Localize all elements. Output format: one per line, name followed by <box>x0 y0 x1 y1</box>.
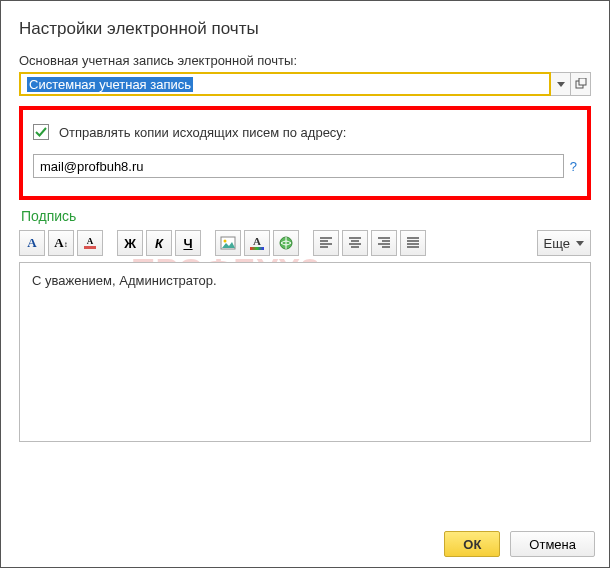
account-value: Системная учетная запись <box>27 77 193 92</box>
signature-editor[interactable]: С уважением, Администратор. <box>19 262 591 442</box>
bold-button[interactable]: Ж <box>117 230 143 256</box>
svg-rect-1 <box>579 78 586 85</box>
italic-button[interactable]: К <box>146 230 172 256</box>
image-icon <box>220 236 236 250</box>
align-center-icon <box>348 237 362 249</box>
font-family-button[interactable]: A <box>19 230 45 256</box>
chevron-down-icon <box>576 241 584 246</box>
highlighted-section: Отправлять копии исходящих писем по адре… <box>19 106 591 200</box>
more-label: Еще <box>544 236 570 251</box>
more-button[interactable]: Еще <box>537 230 591 256</box>
account-row: Системная учетная запись <box>19 72 591 96</box>
checkmark-icon <box>35 126 47 138</box>
help-link[interactable]: ? <box>570 159 577 174</box>
font-size-button[interactable]: A↕ <box>48 230 74 256</box>
align-left-button[interactable] <box>313 230 339 256</box>
signature-label: Подпись <box>21 208 601 224</box>
align-justify-button[interactable] <box>400 230 426 256</box>
align-justify-icon <box>406 237 420 249</box>
open-icon <box>575 78 587 90</box>
underline-icon: Ч <box>183 236 192 251</box>
font-icon: A <box>27 235 36 251</box>
align-center-button[interactable] <box>342 230 368 256</box>
font-color-button[interactable]: A <box>77 230 103 256</box>
underline-button[interactable]: Ч <box>175 230 201 256</box>
align-right-button[interactable] <box>371 230 397 256</box>
send-copies-checkbox[interactable] <box>33 124 49 140</box>
highlight-icon: A <box>250 236 264 250</box>
footer-buttons: ОК Отмена <box>444 531 595 557</box>
cancel-button[interactable]: Отмена <box>510 531 595 557</box>
italic-icon: К <box>155 236 163 251</box>
insert-image-button[interactable] <box>215 230 241 256</box>
account-label: Основная учетная запись электронной почт… <box>19 53 601 68</box>
signature-text: С уважением, Администратор. <box>32 273 217 288</box>
align-left-icon <box>319 237 333 249</box>
copy-email-input[interactable] <box>33 154 564 178</box>
align-right-icon <box>377 237 391 249</box>
link-icon <box>278 235 294 251</box>
color-icon: A <box>84 237 96 249</box>
account-open-button[interactable] <box>571 72 591 96</box>
editor-toolbar: A A↕ A Ж К Ч A <box>19 230 591 256</box>
insert-link-button[interactable] <box>273 230 299 256</box>
highlight-button[interactable]: A <box>244 230 270 256</box>
svg-point-3 <box>224 240 227 243</box>
account-dropdown-toggle[interactable] <box>551 72 571 96</box>
bold-icon: Ж <box>124 236 136 251</box>
send-copies-label: Отправлять копии исходящих писем по адре… <box>59 125 346 140</box>
ok-button[interactable]: ОК <box>444 531 500 557</box>
page-title: Настройки электронной почты <box>19 19 601 39</box>
size-icon: A↕ <box>54 235 67 251</box>
account-dropdown[interactable]: Системная учетная запись <box>19 72 551 96</box>
chevron-down-icon <box>557 82 565 87</box>
